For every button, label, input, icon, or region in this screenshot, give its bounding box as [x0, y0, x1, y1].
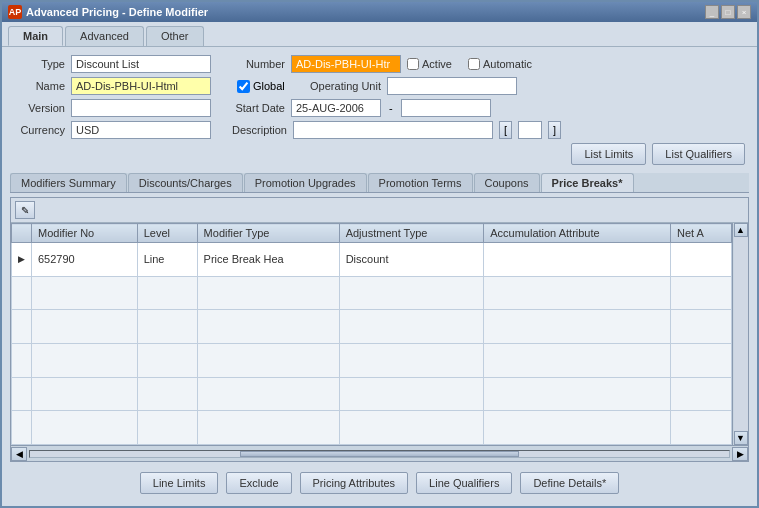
cell-net-a[interactable] — [671, 411, 732, 445]
currency-input[interactable] — [71, 121, 211, 139]
number-input[interactable] — [291, 55, 401, 73]
inner-tab-promotion-terms[interactable]: Promotion Terms — [368, 173, 473, 192]
list-limits-button[interactable]: List Limits — [571, 143, 646, 165]
cell-adjustment-type[interactable] — [339, 310, 484, 344]
tab-other[interactable]: Other — [146, 26, 204, 46]
form-section: Type Number Active Automatic Name — [10, 55, 749, 139]
form-row-currency: Currency Description [ ] — [10, 121, 749, 139]
title-controls[interactable]: _ □ × — [705, 5, 751, 19]
cell-accumulation[interactable] — [484, 276, 671, 310]
global-checkbox[interactable] — [237, 80, 250, 93]
table-row[interactable]: ▶ 652790 Line Price Break Hea Discount — [12, 243, 732, 277]
cell-accumulation[interactable] — [484, 411, 671, 445]
cell-adjustment-type[interactable] — [339, 343, 484, 377]
col-adjustment-type: Adjustment Type — [339, 224, 484, 243]
end-date-input[interactable] — [401, 99, 491, 117]
bracket-field[interactable] — [518, 121, 542, 139]
table-row[interactable] — [12, 343, 732, 377]
cell-modifier-type[interactable] — [197, 411, 339, 445]
cell-net-a[interactable] — [671, 243, 732, 277]
line-qualifiers-button[interactable]: Line Qualifiers — [416, 472, 512, 494]
cell-adjustment-type[interactable] — [339, 276, 484, 310]
cell-modifier-type[interactable] — [197, 377, 339, 411]
minimize-button[interactable]: _ — [705, 5, 719, 19]
bracket-right-button[interactable]: ] — [548, 121, 561, 139]
form-row-type: Type Number Active Automatic — [10, 55, 749, 73]
operating-unit-label: Operating Unit — [301, 80, 381, 92]
automatic-checkbox-label[interactable]: Automatic — [468, 58, 532, 70]
cell-level[interactable] — [137, 310, 197, 344]
description-input[interactable] — [293, 121, 493, 139]
operating-unit-input[interactable] — [387, 77, 517, 95]
inner-tab-promotion-upgrades[interactable]: Promotion Upgrades — [244, 173, 367, 192]
cell-modifier-no[interactable]: 652790 — [32, 243, 138, 277]
edit-icon[interactable]: ✎ — [15, 201, 35, 219]
cell-accumulation[interactable] — [484, 343, 671, 377]
scroll-down-button[interactable]: ▼ — [734, 431, 748, 445]
scroll-up-button[interactable]: ▲ — [734, 223, 748, 237]
cell-modifier-type[interactable] — [197, 276, 339, 310]
cell-modifier-type[interactable] — [197, 310, 339, 344]
cell-accumulation[interactable] — [484, 310, 671, 344]
row-indicator — [12, 276, 32, 310]
cell-net-a[interactable] — [671, 343, 732, 377]
cell-adjustment-type[interactable] — [339, 411, 484, 445]
cell-level[interactable] — [137, 343, 197, 377]
pricing-attributes-button[interactable]: Pricing Attributes — [300, 472, 409, 494]
cell-level[interactable] — [137, 411, 197, 445]
exclude-button[interactable]: Exclude — [226, 472, 291, 494]
cell-accumulation[interactable] — [484, 243, 671, 277]
vertical-scrollbar[interactable]: ▲ ▼ — [732, 223, 748, 445]
scroll-left-button[interactable]: ◀ — [11, 447, 27, 461]
list-qualifiers-button[interactable]: List Qualifiers — [652, 143, 745, 165]
cell-modifier-no[interactable] — [32, 411, 138, 445]
tab-main[interactable]: Main — [8, 26, 63, 46]
bottom-buttons-row: Line Limits Exclude Pricing Attributes L… — [10, 466, 749, 498]
cell-modifier-no[interactable] — [32, 276, 138, 310]
define-details-button[interactable]: Define Details* — [520, 472, 619, 494]
cell-adjustment-type[interactable]: Discount — [339, 243, 484, 277]
cell-accumulation[interactable] — [484, 377, 671, 411]
horiz-scroll-track[interactable] — [29, 450, 730, 458]
inner-tab-coupons[interactable]: Coupons — [474, 173, 540, 192]
close-button[interactable]: × — [737, 5, 751, 19]
table-row[interactable] — [12, 276, 732, 310]
cell-level[interactable] — [137, 377, 197, 411]
cell-modifier-no[interactable] — [32, 310, 138, 344]
scroll-track[interactable] — [734, 237, 748, 431]
horiz-scroll-thumb[interactable] — [240, 451, 520, 457]
row-indicator — [12, 310, 32, 344]
cell-level[interactable] — [137, 276, 197, 310]
cell-modifier-type[interactable]: Price Break Hea — [197, 243, 339, 277]
scroll-right-button[interactable]: ▶ — [732, 447, 748, 461]
automatic-checkbox[interactable] — [468, 58, 480, 70]
inner-tab-modifiers-summary[interactable]: Modifiers Summary — [10, 173, 127, 192]
active-checkbox[interactable] — [407, 58, 419, 70]
cell-modifier-no[interactable] — [32, 343, 138, 377]
cell-level[interactable]: Line — [137, 243, 197, 277]
currency-label: Currency — [10, 124, 65, 136]
name-input[interactable] — [71, 77, 211, 95]
active-checkbox-label[interactable]: Active — [407, 58, 452, 70]
inner-tab-discounts-charges[interactable]: Discounts/Charges — [128, 173, 243, 192]
version-input[interactable] — [71, 99, 211, 117]
global-label: Global — [253, 80, 285, 92]
cell-net-a[interactable] — [671, 377, 732, 411]
bracket-left-button[interactable]: [ — [499, 121, 512, 139]
cell-net-a[interactable] — [671, 310, 732, 344]
maximize-button[interactable]: □ — [721, 5, 735, 19]
tab-advanced[interactable]: Advanced — [65, 26, 144, 46]
cell-adjustment-type[interactable] — [339, 377, 484, 411]
cell-net-a[interactable] — [671, 276, 732, 310]
cell-modifier-type[interactable] — [197, 343, 339, 377]
line-limits-button[interactable]: Line Limits — [140, 472, 219, 494]
table-row[interactable] — [12, 377, 732, 411]
start-date-input[interactable] — [291, 99, 381, 117]
table-row[interactable] — [12, 310, 732, 344]
table-row[interactable] — [12, 411, 732, 445]
inner-tab-price-breaks[interactable]: Price Breaks* — [541, 173, 634, 192]
horizontal-scrollbar[interactable]: ◀ ▶ — [11, 445, 748, 461]
type-input[interactable] — [71, 55, 211, 73]
app-icon: AP — [8, 5, 22, 19]
cell-modifier-no[interactable] — [32, 377, 138, 411]
